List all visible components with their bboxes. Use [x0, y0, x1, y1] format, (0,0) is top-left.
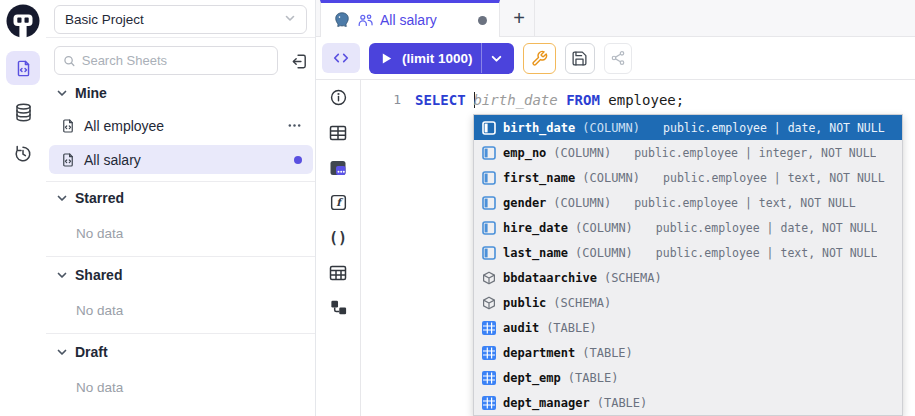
completion-name: first_name [503, 171, 575, 185]
schema-cube-icon [482, 296, 496, 310]
section-header-starred[interactable]: Starred [56, 190, 124, 206]
run-button-separator [481, 43, 482, 73]
completion-kind: (COLUMN) [553, 196, 611, 210]
results-table-button[interactable] [328, 122, 349, 143]
section-header-mine[interactable]: Mine [56, 85, 107, 101]
table-header-icon [328, 263, 348, 283]
completion-kind: (SCHEMA) [604, 271, 662, 285]
rail-sheets-button[interactable] [6, 51, 40, 85]
code-line-1: 1 SELECT birth_date FROM employee; [362, 80, 915, 112]
completion-kind: (TABLE) [597, 396, 648, 410]
sql-editor[interactable]: 1 SELECT birth_date FROM employee; birth… [362, 80, 915, 416]
search-sheets-box [54, 46, 278, 75]
left-rail [0, 0, 46, 416]
run-query-button[interactable]: (limit 1000) [369, 43, 514, 74]
completion-item[interactable]: bbdataarchive (SCHEMA) [474, 265, 902, 290]
completion-item[interactable]: department (TABLE) [474, 340, 902, 365]
main-area: All salary + (limit 1000) [316, 0, 915, 416]
section-header-draft[interactable]: Draft [56, 344, 108, 360]
code-tail: employee; [600, 92, 684, 108]
completion-item[interactable]: first_name (COLUMN) public.employee | te… [474, 165, 902, 190]
parentheses-icon: () [329, 229, 347, 247]
keyword-select: SELECT [415, 92, 474, 108]
rail-history-button[interactable] [6, 137, 40, 171]
share-nodes-icon [610, 50, 626, 66]
chevron-down-icon [284, 12, 296, 27]
code-view-toggle-button[interactable] [322, 43, 360, 73]
section-divider [46, 181, 315, 182]
ghost-suggestion: birth_date [473, 92, 557, 108]
editor-tool-strip: f () [316, 80, 361, 416]
tab-bar: All salary + [316, 0, 915, 37]
schema-flow-button[interactable] [328, 297, 349, 318]
code-space [558, 92, 566, 108]
search-icon [63, 54, 76, 68]
postgres-elephant-icon [333, 11, 351, 29]
app-logo[interactable] [5, 3, 41, 39]
section-label: Mine [75, 85, 107, 101]
keyword-from: FROM [566, 92, 600, 108]
search-sheets-input[interactable] [82, 53, 269, 68]
function-button[interactable]: f [328, 192, 349, 213]
completion-item[interactable]: birth_date (COLUMN) public.employee | da… [474, 115, 902, 140]
completion-item[interactable]: dept_emp (TABLE) [474, 365, 902, 390]
column-icon [482, 121, 496, 135]
new-tab-button[interactable]: + [504, 0, 535, 37]
import-sheet-button[interactable] [286, 48, 312, 74]
completion-name: dept_manager [503, 396, 590, 410]
rail-database-button[interactable] [6, 95, 40, 129]
tab-unsaved-dot [478, 16, 487, 25]
completion-item[interactable]: emp_no (COLUMN) public.employee | intege… [474, 140, 902, 165]
completion-item[interactable]: gender (COLUMN) public.employee | text, … [474, 190, 902, 215]
sidebar: Basic Project Mine [46, 0, 316, 416]
column-icon [482, 171, 496, 185]
column-icon [482, 146, 496, 160]
pivot-table-button[interactable] [328, 157, 349, 178]
completion-kind: (TABLE) [568, 371, 619, 385]
completion-kind: (SCHEMA) [553, 296, 611, 310]
code-text: SELECT birth_date FROM employee; [415, 88, 684, 112]
pivot-colored-grid-icon [328, 158, 348, 178]
schema-cube-icon [482, 271, 496, 285]
completion-item[interactable]: last_name (COLUMN) public.employee | tex… [474, 240, 902, 265]
project-selector[interactable]: Basic Project [54, 5, 307, 34]
tab-title: All salary [380, 12, 437, 28]
database-icon [13, 102, 34, 123]
chevron-down-icon[interactable] [490, 52, 503, 65]
completion-name: department [503, 346, 575, 360]
function-icon: f [329, 193, 348, 212]
completion-item[interactable]: hire_date (COLUMN) public.employee | dat… [474, 215, 902, 240]
column-icon [482, 196, 496, 210]
share-button[interactable] [604, 43, 632, 74]
sheet-doc-icon [60, 152, 76, 168]
completion-item[interactable]: audit (TABLE) [474, 315, 902, 340]
sheet-item-all-salary[interactable]: All salary [49, 145, 313, 174]
sql-workbench-app: Basic Project Mine [0, 0, 915, 416]
section-header-shared[interactable]: Shared [56, 267, 122, 283]
completion-kind: (COLUMN) [582, 121, 640, 135]
item-menu-button[interactable] [287, 118, 302, 133]
completion-item[interactable]: public (SCHEMA) [474, 290, 902, 315]
info-button[interactable] [328, 87, 349, 108]
save-button[interactable] [565, 43, 595, 74]
column-icon [482, 221, 496, 235]
completion-item[interactable]: dept_manager (TABLE) [474, 390, 902, 415]
project-selector-value: Basic Project [65, 12, 144, 27]
run-limit-label: (limit 1000) [402, 51, 473, 66]
tab-all-salary[interactable]: All salary [320, 0, 500, 37]
section-label: Draft [75, 344, 108, 360]
variables-button[interactable]: () [328, 227, 349, 248]
query-settings-button[interactable] [523, 43, 556, 74]
empty-state-text: No data [76, 226, 123, 241]
history-clock-icon [13, 144, 33, 164]
completion-detail: public.employee | text, NOT NULL [656, 246, 878, 260]
completion-detail: public.employee | integer, NOT NULL [634, 146, 876, 160]
completion-name: bbdataarchive [503, 271, 597, 285]
sheet-item-all-employee[interactable]: All employee [49, 111, 313, 140]
completion-name: hire_date [503, 221, 568, 235]
completion-name: audit [503, 321, 539, 335]
mammoth-logo-icon [5, 3, 41, 39]
completion-kind: (COLUMN) [553, 146, 611, 160]
completion-kind: (TABLE) [582, 346, 633, 360]
data-table-button[interactable] [328, 262, 349, 283]
